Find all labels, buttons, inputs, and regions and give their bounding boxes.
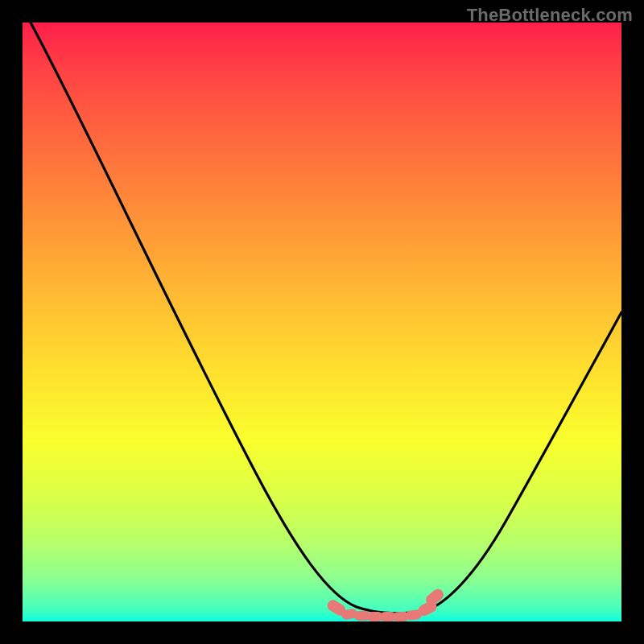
curve-path (31, 23, 621, 613)
watermark-text: TheBottleneck.com (467, 5, 633, 26)
chart-plot-area (23, 23, 621, 621)
bottleneck-curve (23, 23, 621, 621)
